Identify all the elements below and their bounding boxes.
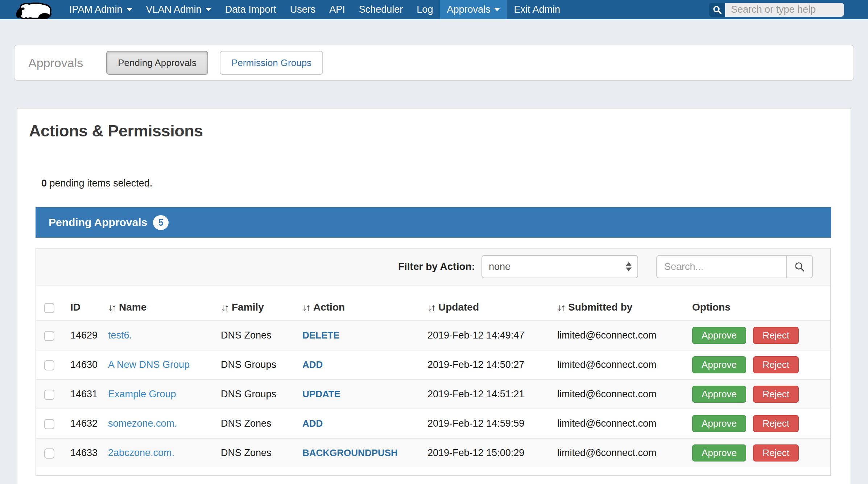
approve-button[interactable]: Approve xyxy=(692,444,746,462)
nav-label: API xyxy=(329,4,345,15)
reject-button[interactable]: Reject xyxy=(753,327,799,344)
row-family: DNS Zones xyxy=(212,438,294,467)
reject-button[interactable]: Reject xyxy=(753,386,799,403)
sort-icon: ↓↑ xyxy=(221,302,228,313)
column-header-submitted-by[interactable]: ↓↑Submitted by xyxy=(549,286,683,321)
row-id: 14629 xyxy=(62,321,99,350)
nav-item-approvals[interactable]: Approvals xyxy=(440,0,507,19)
row-id: 14632 xyxy=(62,409,99,438)
sort-icon: ↓↑ xyxy=(302,302,310,313)
row-submitted-by: limited@6connect.com xyxy=(549,350,683,380)
nav-label: IPAM Admin xyxy=(69,4,123,15)
row-updated: 2019-Feb-12 14:49:47 xyxy=(419,321,549,350)
column-label: Name xyxy=(119,302,146,313)
caret-down-icon xyxy=(127,8,132,11)
approve-button[interactable]: Approve xyxy=(692,386,746,403)
row-submitted-by: limited@6connect.com xyxy=(549,438,683,467)
row-name-link[interactable]: 2abczone.com. xyxy=(108,447,174,458)
column-header-family[interactable]: ↓↑Family xyxy=(212,286,294,321)
column-header-id: ID xyxy=(62,286,99,321)
row-id: 14631 xyxy=(62,380,99,409)
table-search-group xyxy=(656,255,813,278)
row-name-link[interactable]: test6. xyxy=(108,330,132,341)
tab-permission-groups[interactable]: Permission Groups xyxy=(220,51,323,75)
nav-label: VLAN Admin xyxy=(146,4,202,15)
nav-item-data-import[interactable]: Data Import xyxy=(218,0,283,19)
approve-button[interactable]: Approve xyxy=(692,415,746,432)
reject-button[interactable]: Reject xyxy=(753,415,799,432)
row-submitted-by: limited@6connect.com xyxy=(549,321,683,350)
row-name-link[interactable]: somezone.com. xyxy=(108,418,177,429)
table-search-input[interactable] xyxy=(656,255,786,278)
row-updated: 2019-Feb-12 14:51:21 xyxy=(419,380,549,409)
column-label: Action xyxy=(313,302,345,313)
row-updated: 2019-Feb-12 14:50:27 xyxy=(419,350,549,380)
approvals-table-container: Filter by Action: none ID ↓ xyxy=(36,248,831,476)
approve-button[interactable]: Approve xyxy=(692,356,746,373)
panel-title: Pending Approvals xyxy=(49,216,147,229)
column-label: Family xyxy=(232,302,264,313)
main-nav: IPAM Admin VLAN Admin Data Import Users … xyxy=(62,0,567,19)
approvals-table-body: 14629 test6. DNS Zones DELETE 2019-Feb-1… xyxy=(36,321,830,467)
nav-item-log[interactable]: Log xyxy=(410,0,440,19)
sort-icon: ↓↑ xyxy=(557,302,565,313)
approve-button[interactable]: Approve xyxy=(692,327,746,344)
search-icon[interactable] xyxy=(709,3,725,17)
row-checkbox[interactable] xyxy=(44,390,54,400)
nav-item-ipam-admin[interactable]: IPAM Admin xyxy=(62,0,139,19)
filter-selected-value: none xyxy=(489,261,511,272)
column-header-options: Options xyxy=(683,286,830,321)
nav-item-api[interactable]: API xyxy=(322,0,352,19)
column-header-updated[interactable]: ↓↑Updated xyxy=(419,286,549,321)
row-family: DNS Zones xyxy=(212,409,294,438)
nav-item-exit-admin[interactable]: Exit Admin xyxy=(507,0,567,19)
row-updated: 2019-Feb-12 14:59:59 xyxy=(419,409,549,438)
sheep-logo-icon xyxy=(13,3,54,19)
tab-pending-approvals[interactable]: Pending Approvals xyxy=(106,51,208,75)
sort-icon: ↓↑ xyxy=(108,302,115,313)
table-header-row: ID ↓↑Name ↓↑Family ↓↑Action ↓↑Updated ↓↑… xyxy=(36,286,830,321)
approvals-header-card: Approvals Pending Approvals Permission G… xyxy=(14,45,854,81)
filter-action-select[interactable]: none xyxy=(481,255,638,278)
pending-approvals-panel-header: Pending Approvals 5 xyxy=(36,207,831,238)
count-badge: 5 xyxy=(153,215,169,230)
navbar-search xyxy=(709,3,844,17)
row-action: UPDATE xyxy=(302,389,340,399)
row-checkbox[interactable] xyxy=(44,360,54,370)
nav-item-users[interactable]: Users xyxy=(283,0,323,19)
row-action: ADD xyxy=(302,418,323,429)
reject-button[interactable]: Reject xyxy=(753,356,799,373)
nav-label: Users xyxy=(290,4,316,15)
row-checkbox[interactable] xyxy=(44,419,54,429)
top-navbar: IPAM Admin VLAN Admin Data Import Users … xyxy=(0,0,868,19)
caret-down-icon xyxy=(206,8,211,11)
table-row: 14631 Example Group DNS Groups UPDATE 20… xyxy=(36,380,830,409)
nav-item-vlan-admin[interactable]: VLAN Admin xyxy=(139,0,218,19)
column-label: ID xyxy=(70,302,80,313)
row-name-link[interactable]: Example Group xyxy=(108,389,176,399)
row-checkbox[interactable] xyxy=(44,448,54,459)
actions-permissions-card: Actions & Permissions 0 pending items se… xyxy=(17,108,851,484)
select-all-checkbox[interactable] xyxy=(44,303,54,313)
selection-status: 0 pending items selected. xyxy=(41,178,851,189)
row-id: 14633 xyxy=(62,438,99,467)
navbar-search-input[interactable] xyxy=(725,3,844,17)
row-updated: 2019-Feb-12 15:00:29 xyxy=(419,438,549,467)
nav-label: Approvals xyxy=(447,4,490,15)
row-action: DELETE xyxy=(302,330,340,341)
row-action: ADD xyxy=(302,359,323,370)
column-header-name[interactable]: ↓↑Name xyxy=(99,286,212,321)
row-submitted-by: limited@6connect.com xyxy=(549,380,683,409)
table-row: 14632 somezone.com. DNS Zones ADD 2019-F… xyxy=(36,409,830,438)
nav-item-scheduler[interactable]: Scheduler xyxy=(352,0,410,19)
section-heading: Actions & Permissions xyxy=(29,122,851,140)
reject-button[interactable]: Reject xyxy=(753,444,799,462)
caret-down-icon xyxy=(494,8,500,11)
page-title: Approvals xyxy=(28,56,83,70)
provision-sheep-logo xyxy=(13,0,54,19)
table-search-button[interactable] xyxy=(786,255,813,278)
nav-label: Scheduler xyxy=(359,4,403,15)
column-header-action[interactable]: ↓↑Action xyxy=(294,286,419,321)
row-checkbox[interactable] xyxy=(44,331,54,341)
row-name-link[interactable]: A New DNS Group xyxy=(108,359,190,370)
